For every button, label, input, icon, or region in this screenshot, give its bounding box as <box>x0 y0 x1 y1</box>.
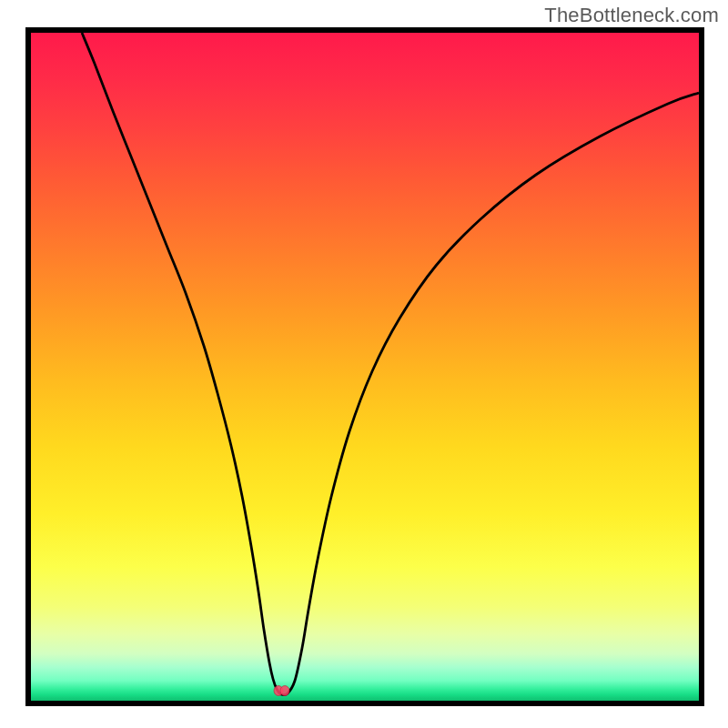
plot-area <box>31 33 699 701</box>
selected-point-marker <box>274 686 289 696</box>
curve-path <box>82 33 699 695</box>
plot-border <box>25 27 704 706</box>
marker-dot-right <box>280 686 289 696</box>
watermark: TheBottleneck.com <box>544 4 719 27</box>
chart-stage: TheBottleneck.com <box>0 0 728 728</box>
curve-layer <box>31 33 699 701</box>
